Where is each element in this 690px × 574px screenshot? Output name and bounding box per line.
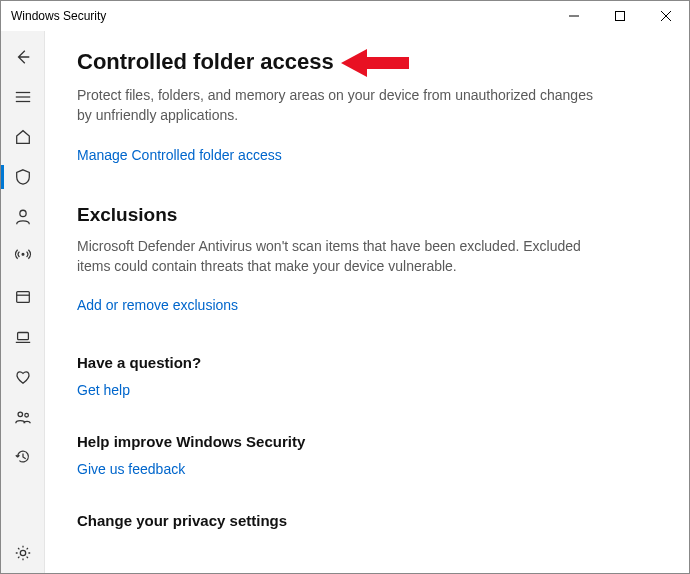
shield-icon [14, 168, 32, 186]
section-improve: Help improve Windows Security Give us fe… [77, 433, 659, 478]
section-heading: Exclusions [77, 204, 659, 226]
content-area: Controlled folder access Protect files, … [45, 31, 689, 573]
person-icon [14, 208, 32, 226]
svg-rect-11 [17, 333, 28, 340]
home-icon [14, 128, 32, 146]
section-heading: Change your privacy settings [77, 512, 659, 529]
title-bar: Windows Security [1, 1, 689, 31]
close-button[interactable] [643, 1, 689, 31]
laptop-icon [14, 328, 32, 346]
section-description: Protect files, folders, and memory areas… [77, 85, 597, 126]
svg-point-8 [22, 253, 24, 255]
section-exclusions: Exclusions Microsoft Defender Antivirus … [77, 204, 659, 315]
section-heading: Help improve Windows Security [77, 433, 659, 450]
sidebar-item-device-performance[interactable] [1, 357, 45, 397]
svg-point-14 [24, 413, 28, 417]
back-arrow-icon [14, 48, 32, 66]
window-controls [551, 1, 689, 31]
sidebar-item-virus-protection[interactable] [1, 157, 45, 197]
svg-point-15 [20, 550, 25, 555]
maximize-button[interactable] [597, 1, 643, 31]
back-button[interactable] [1, 37, 45, 77]
section-heading: Have a question? [77, 354, 659, 371]
svg-rect-1 [616, 12, 625, 21]
window-title: Windows Security [11, 9, 551, 23]
sidebar-item-history[interactable] [1, 437, 45, 477]
svg-point-13 [18, 412, 23, 417]
manage-cfa-link[interactable]: Manage Controlled folder access [77, 147, 282, 163]
section-question: Have a question? Get help [77, 354, 659, 399]
add-remove-exclusions-link[interactable]: Add or remove exclusions [77, 297, 238, 313]
gear-icon [14, 544, 32, 562]
sidebar-item-account-protection[interactable] [1, 197, 45, 237]
people-icon [14, 408, 32, 426]
hamburger-icon [14, 88, 32, 106]
sidebar-item-device-security[interactable] [1, 317, 45, 357]
sidebar-item-firewall[interactable] [1, 237, 45, 277]
minimize-button[interactable] [551, 1, 597, 31]
section-controlled-folder-access: Controlled folder access Protect files, … [77, 49, 659, 164]
history-icon [14, 448, 32, 466]
wifi-icon [14, 248, 32, 266]
sidebar-item-settings[interactable] [1, 533, 45, 573]
sidebar-item-home[interactable] [1, 117, 45, 157]
sidebar-item-app-browser[interactable] [1, 277, 45, 317]
section-heading: Controlled folder access [77, 49, 659, 75]
menu-button[interactable] [1, 77, 45, 117]
window-icon [14, 288, 32, 306]
heart-pulse-icon [14, 368, 32, 386]
sidebar-item-family[interactable] [1, 397, 45, 437]
section-privacy: Change your privacy settings [77, 512, 659, 529]
sidebar [1, 31, 45, 573]
svg-point-7 [19, 210, 25, 216]
give-feedback-link[interactable]: Give us feedback [77, 461, 185, 477]
get-help-link[interactable]: Get help [77, 382, 130, 398]
svg-rect-9 [16, 292, 29, 303]
section-description: Microsoft Defender Antivirus won't scan … [77, 236, 597, 277]
